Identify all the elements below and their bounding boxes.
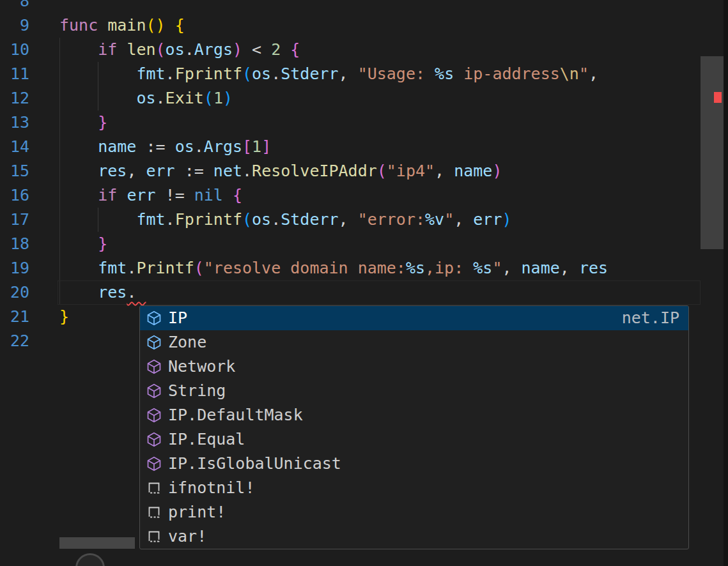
suggest-item[interactable]: IPnet.IP <box>140 306 688 330</box>
code-line[interactable]: 18 } <box>0 232 701 256</box>
code-token: 1 <box>213 89 223 107</box>
code-token <box>117 186 127 204</box>
code-token: err <box>127 186 155 204</box>
code-token <box>59 186 98 204</box>
suggest-item-label: print! <box>168 500 679 524</box>
suggest-item-detail: net.IP <box>622 306 679 330</box>
code-token: " <box>579 65 589 83</box>
vertical-scrollbar-thumb[interactable] <box>701 56 724 249</box>
code-line[interactable]: 19 fmt.Printf("resolve domain name:%s,ip… <box>0 256 701 280</box>
code-token: Fprintf <box>175 65 242 83</box>
code-token <box>59 259 98 277</box>
code-token <box>59 234 98 253</box>
code-token: . <box>166 65 175 83</box>
code-line[interactable]: 13 } <box>0 111 701 135</box>
code-token <box>117 40 127 59</box>
floating-action-button[interactable] <box>75 553 105 566</box>
code-token <box>59 65 136 83</box>
code-token: { <box>233 186 242 204</box>
code-token: ( <box>377 162 387 180</box>
suggest-item-label: IP.DefaultMask <box>168 403 679 427</box>
suggest-item[interactable]: IP.Equal <box>140 427 688 452</box>
code-token: , <box>589 65 598 83</box>
suggest-item[interactable]: IP.IsGlobalUnicast <box>140 452 688 476</box>
code-token: 1 <box>252 137 261 156</box>
code-token: os <box>252 210 271 229</box>
code-token: os <box>136 89 155 107</box>
code-token: . <box>271 65 281 83</box>
code-token: , <box>339 65 358 83</box>
code-line[interactable]: 20 res. <box>0 280 701 305</box>
suggest-item[interactable]: Network <box>140 355 688 379</box>
code-token: Args <box>204 137 242 156</box>
suggest-item[interactable]: Zone <box>140 330 688 355</box>
code-token: } <box>98 234 107 253</box>
code-token: { <box>290 40 300 59</box>
code-token: () <box>146 16 165 34</box>
code-line[interactable]: 15 res, err := net.ResolveIPAddr("ip4", … <box>0 159 701 183</box>
suggest-item[interactable]: print! <box>140 500 688 524</box>
code-text: } <box>59 111 701 135</box>
code-token <box>59 113 98 132</box>
code-line[interactable]: 17 fmt.Fprintf(os.Stderr, "error:%v", er… <box>0 208 701 232</box>
code-line[interactable]: 16 if err != nil { <box>0 183 701 208</box>
code-token: fmt <box>98 259 127 277</box>
suggest-item-label: var! <box>168 524 679 549</box>
code-token: } <box>59 307 69 326</box>
code-line[interactable]: 10 if len(os.Args) < 2 { <box>0 38 701 62</box>
symbol-method-icon <box>146 456 162 471</box>
suggest-widget[interactable]: IPnet.IPZoneNetworkStringIP.DefaultMaskI… <box>139 305 689 549</box>
line-number: 15 <box>0 159 29 183</box>
code-token: , <box>454 210 473 229</box>
suggest-item[interactable]: var! <box>140 524 688 549</box>
code-text: os.Exit(1) <box>59 86 701 111</box>
code-text: fmt.Fprintf(os.Stderr, "error:%v", err) <box>59 208 701 232</box>
code-token <box>223 186 233 204</box>
code-token: name <box>454 162 492 180</box>
code-token: os <box>166 40 185 59</box>
code-token <box>59 40 98 59</box>
code-token: . <box>156 89 166 107</box>
vertical-scrollbar[interactable] <box>701 0 724 566</box>
code-token: := <box>175 162 213 180</box>
suggest-item-label: IP.Equal <box>168 427 679 452</box>
code-token: Exit <box>166 89 204 107</box>
line-number: 16 <box>0 183 29 208</box>
code-token: "error: <box>358 210 425 229</box>
line-number: 10 <box>0 38 29 62</box>
code-token: ( <box>204 89 213 107</box>
code-token: , <box>560 259 579 277</box>
code-token: . <box>194 137 204 156</box>
error-overview-marker <box>714 92 722 103</box>
code-token: . <box>166 210 175 229</box>
code-line[interactable]: 11 fmt.Fprintf(os.Stderr, "Usage: %s ip-… <box>0 62 701 86</box>
code-token <box>59 162 98 180</box>
code-line[interactable]: 9func main() { <box>0 13 701 38</box>
symbol-method-icon <box>146 359 162 374</box>
suggest-item-label: IP <box>168 306 622 330</box>
suggest-item[interactable]: String <box>140 379 688 403</box>
suggest-item[interactable]: IP.DefaultMask <box>140 403 688 427</box>
code-text: res, err := net.ResolveIPAddr("ip4", nam… <box>59 159 701 183</box>
code-line[interactable]: 12 os.Exit(1) <box>0 86 701 111</box>
code-token: Printf <box>136 259 194 277</box>
code-text: res. <box>59 280 701 305</box>
code-line[interactable]: 8 <box>0 0 701 13</box>
code-token: %s <box>406 259 425 277</box>
code-token: %s <box>473 259 492 277</box>
horizontal-scrollbar-thumb[interactable] <box>59 537 135 549</box>
code-token: len <box>127 40 155 59</box>
code-area[interactable]: 89func main() {10 if len(os.Args) < 2 {1… <box>0 0 701 353</box>
code-token: os <box>252 65 271 83</box>
code-token: net <box>213 162 242 180</box>
code-token: := <box>136 137 174 156</box>
code-token: err <box>473 210 502 229</box>
code-token: "Usage: <box>358 65 435 83</box>
suggest-item[interactable]: ifnotnil! <box>140 476 688 500</box>
code-text: } <box>59 232 701 256</box>
code-token: , <box>339 210 358 229</box>
code-line[interactable]: 14 name := os.Args[1] <box>0 135 701 159</box>
symbol-method-icon <box>146 408 162 423</box>
code-token: "resolve domain name: <box>204 259 406 277</box>
code-token: ,ip: <box>425 259 473 277</box>
